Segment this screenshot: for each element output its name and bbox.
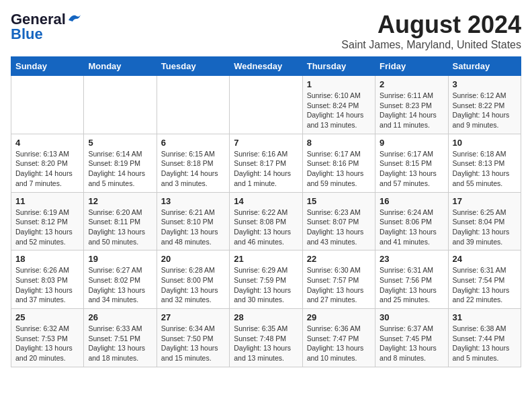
header-wednesday: Wednesday: [230, 57, 302, 76]
day-info: Sunrise: 6:11 AMSunset: 8:23 PMDaylight:…: [380, 91, 443, 130]
calendar-cell: 21Sunrise: 6:29 AMSunset: 7:59 PMDayligh…: [230, 250, 302, 309]
calendar-cell: 27Sunrise: 6:34 AMSunset: 7:50 PMDayligh…: [157, 309, 229, 367]
day-number: 21: [234, 254, 298, 264]
day-number: 16: [380, 196, 443, 206]
calendar-cell: 30Sunrise: 6:37 AMSunset: 7:45 PMDayligh…: [375, 309, 448, 367]
day-number: 23: [380, 254, 443, 264]
day-info: Sunrise: 6:25 AMSunset: 8:04 PMDaylight:…: [453, 208, 517, 247]
calendar-cell: 16Sunrise: 6:24 AMSunset: 8:06 PMDayligh…: [375, 192, 448, 250]
day-info: Sunrise: 6:31 AMSunset: 7:56 PMDaylight:…: [380, 265, 443, 305]
calendar-cell: 13Sunrise: 6:21 AMSunset: 8:10 PMDayligh…: [157, 192, 229, 250]
header-tuesday: Tuesday: [157, 57, 229, 76]
calendar-cell: 1Sunrise: 6:10 AMSunset: 8:24 PMDaylight…: [302, 76, 375, 134]
calendar-cell: 23Sunrise: 6:31 AMSunset: 7:56 PMDayligh…: [375, 250, 448, 309]
header-thursday: Thursday: [302, 57, 375, 76]
day-number: 24: [453, 254, 517, 264]
day-number: 28: [234, 312, 298, 322]
calendar-cell: 12Sunrise: 6:20 AMSunset: 8:11 PMDayligh…: [84, 192, 157, 250]
title-area: August 2024 Saint James, Maryland, Unite…: [341, 11, 521, 51]
day-info: Sunrise: 6:13 AMSunset: 8:20 PMDaylight:…: [15, 149, 79, 189]
calendar-cell: 9Sunrise: 6:17 AMSunset: 8:15 PMDaylight…: [375, 134, 448, 192]
day-info: Sunrise: 6:20 AMSunset: 8:11 PMDaylight:…: [88, 208, 152, 247]
calendar-cell: 5Sunrise: 6:14 AMSunset: 8:19 PMDaylight…: [84, 134, 157, 192]
day-info: Sunrise: 6:26 AMSunset: 8:03 PMDaylight:…: [15, 265, 79, 305]
day-info: Sunrise: 6:21 AMSunset: 8:10 PMDaylight:…: [161, 208, 225, 247]
calendar-cell: 25Sunrise: 6:32 AMSunset: 7:53 PMDayligh…: [11, 309, 84, 367]
day-info: Sunrise: 6:22 AMSunset: 8:08 PMDaylight:…: [234, 208, 298, 247]
day-number: 27: [161, 312, 225, 322]
calendar-cell: 18Sunrise: 6:26 AMSunset: 8:03 PMDayligh…: [11, 250, 84, 309]
calendar-cell: 26Sunrise: 6:33 AMSunset: 7:51 PMDayligh…: [84, 309, 157, 367]
day-number: 4: [15, 138, 79, 148]
day-info: Sunrise: 6:38 AMSunset: 7:44 PMDaylight:…: [453, 324, 517, 363]
calendar-cell: [230, 76, 302, 134]
calendar-cell: 10Sunrise: 6:18 AMSunset: 8:13 PMDayligh…: [448, 134, 521, 192]
calendar-week-row: 1Sunrise: 6:10 AMSunset: 8:24 PMDaylight…: [11, 76, 521, 134]
day-info: Sunrise: 6:32 AMSunset: 7:53 PMDaylight:…: [15, 324, 79, 363]
day-info: Sunrise: 6:17 AMSunset: 8:16 PMDaylight:…: [307, 149, 371, 189]
calendar-cell: 11Sunrise: 6:19 AMSunset: 8:12 PMDayligh…: [11, 192, 84, 250]
day-number: 8: [307, 138, 371, 148]
day-info: Sunrise: 6:15 AMSunset: 8:18 PMDaylight:…: [161, 149, 225, 189]
calendar-week-row: 18Sunrise: 6:26 AMSunset: 8:03 PMDayligh…: [11, 250, 521, 309]
day-info: Sunrise: 6:16 AMSunset: 8:17 PMDaylight:…: [234, 149, 298, 189]
day-number: 12: [88, 196, 152, 206]
calendar-week-row: 11Sunrise: 6:19 AMSunset: 8:12 PMDayligh…: [11, 192, 521, 250]
day-info: Sunrise: 6:14 AMSunset: 8:19 PMDaylight:…: [88, 149, 152, 189]
day-info: Sunrise: 6:31 AMSunset: 7:54 PMDaylight:…: [453, 265, 517, 305]
day-number: 17: [453, 196, 517, 206]
day-number: 22: [307, 254, 371, 264]
calendar-cell: 4Sunrise: 6:13 AMSunset: 8:20 PMDaylight…: [11, 134, 84, 192]
calendar-cell: 6Sunrise: 6:15 AMSunset: 8:18 PMDaylight…: [157, 134, 229, 192]
day-number: 5: [88, 138, 152, 148]
logo-blue: Blue: [11, 26, 43, 43]
day-number: 25: [15, 312, 79, 322]
calendar-subtitle: Saint James, Maryland, United States: [341, 39, 521, 51]
calendar-cell: 14Sunrise: 6:22 AMSunset: 8:08 PMDayligh…: [230, 192, 302, 250]
header: General Blue August 2024 Saint James, Ma…: [11, 11, 521, 51]
day-info: Sunrise: 6:34 AMSunset: 7:50 PMDaylight:…: [161, 324, 225, 363]
day-info: Sunrise: 6:29 AMSunset: 7:59 PMDaylight:…: [234, 265, 298, 305]
day-info: Sunrise: 6:36 AMSunset: 7:47 PMDaylight:…: [307, 324, 371, 363]
day-number: 18: [15, 254, 79, 264]
day-number: 9: [380, 138, 443, 148]
day-number: 11: [15, 196, 79, 206]
calendar-table: SundayMondayTuesdayWednesdayThursdayFrid…: [11, 56, 521, 367]
day-number: 6: [161, 138, 225, 148]
calendar-cell: 7Sunrise: 6:16 AMSunset: 8:17 PMDaylight…: [230, 134, 302, 192]
day-number: 13: [161, 196, 225, 206]
day-info: Sunrise: 6:28 AMSunset: 8:00 PMDaylight:…: [161, 265, 225, 305]
day-number: 7: [234, 138, 298, 148]
day-info: Sunrise: 6:37 AMSunset: 7:45 PMDaylight:…: [380, 324, 443, 363]
day-number: 29: [307, 312, 371, 322]
day-info: Sunrise: 6:30 AMSunset: 7:57 PMDaylight:…: [307, 265, 371, 305]
calendar-cell: 3Sunrise: 6:12 AMSunset: 8:22 PMDaylight…: [448, 76, 521, 134]
calendar-cell: [11, 76, 84, 134]
calendar-cell: 17Sunrise: 6:25 AMSunset: 8:04 PMDayligh…: [448, 192, 521, 250]
calendar-title: August 2024: [341, 11, 521, 39]
calendar-cell: [84, 76, 157, 134]
calendar-header-row: SundayMondayTuesdayWednesdayThursdayFrid…: [11, 57, 521, 76]
day-number: 19: [88, 254, 152, 264]
calendar-cell: 20Sunrise: 6:28 AMSunset: 8:00 PMDayligh…: [157, 250, 229, 309]
calendar-cell: 2Sunrise: 6:11 AMSunset: 8:23 PMDaylight…: [375, 76, 448, 134]
day-info: Sunrise: 6:18 AMSunset: 8:13 PMDaylight:…: [453, 149, 517, 189]
day-info: Sunrise: 6:19 AMSunset: 8:12 PMDaylight:…: [15, 208, 79, 247]
calendar-cell: 22Sunrise: 6:30 AMSunset: 7:57 PMDayligh…: [302, 250, 375, 309]
calendar-week-row: 25Sunrise: 6:32 AMSunset: 7:53 PMDayligh…: [11, 309, 521, 367]
day-info: Sunrise: 6:23 AMSunset: 8:07 PMDaylight:…: [307, 208, 371, 247]
day-info: Sunrise: 6:12 AMSunset: 8:22 PMDaylight:…: [453, 91, 517, 130]
day-number: 20: [161, 254, 225, 264]
day-number: 14: [234, 196, 298, 206]
calendar-cell: 8Sunrise: 6:17 AMSunset: 8:16 PMDaylight…: [302, 134, 375, 192]
day-info: Sunrise: 6:33 AMSunset: 7:51 PMDaylight:…: [88, 324, 152, 363]
header-saturday: Saturday: [448, 57, 521, 76]
logo: General Blue: [11, 11, 82, 43]
day-number: 31: [453, 312, 517, 322]
day-info: Sunrise: 6:24 AMSunset: 8:06 PMDaylight:…: [380, 208, 443, 247]
header-friday: Friday: [375, 57, 448, 76]
day-info: Sunrise: 6:17 AMSunset: 8:15 PMDaylight:…: [380, 149, 443, 189]
day-number: 3: [453, 79, 517, 89]
day-number: 1: [307, 79, 371, 89]
calendar-week-row: 4Sunrise: 6:13 AMSunset: 8:20 PMDaylight…: [11, 134, 521, 192]
